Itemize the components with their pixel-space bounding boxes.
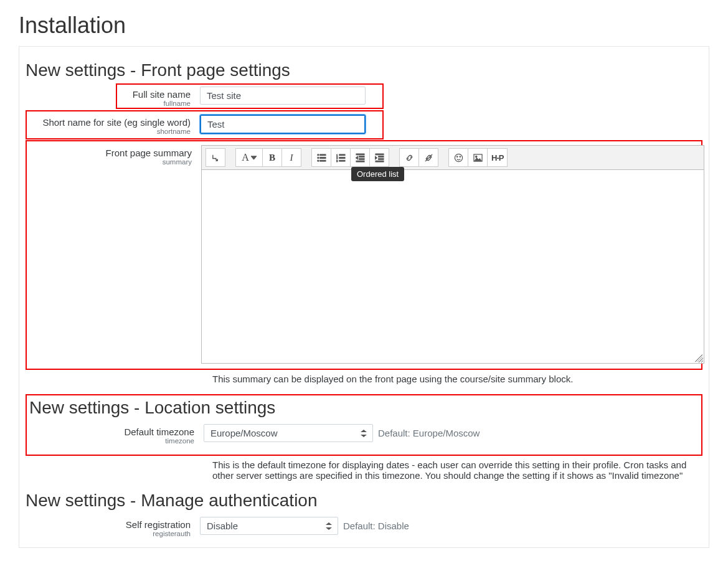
chevron-down-icon xyxy=(251,155,257,161)
expand-arrow-icon xyxy=(211,153,220,163)
svg-rect-6 xyxy=(319,160,325,161)
timezone-default: Default: Europe/Moscow xyxy=(378,428,480,438)
toolbar-link-button[interactable] xyxy=(399,148,419,167)
svg-point-26 xyxy=(459,156,460,157)
svg-marker-17 xyxy=(356,156,358,159)
resize-handle-icon[interactable] xyxy=(695,354,702,362)
svg-rect-10 xyxy=(339,154,344,155)
bullet-list-icon xyxy=(317,153,326,163)
page-title: Installation xyxy=(19,12,709,39)
highlight-shortname xyxy=(26,110,384,139)
svg-rect-13 xyxy=(356,153,364,154)
svg-rect-20 xyxy=(378,158,383,159)
toolbar-outdent-button[interactable] xyxy=(350,148,370,167)
editor-content-area[interactable] xyxy=(202,170,704,363)
svg-rect-21 xyxy=(375,161,383,162)
settings-card: New settings - Front page settings Full … xyxy=(19,46,709,548)
toolbar-emoji-button[interactable] xyxy=(448,148,468,167)
numbered-list-icon: 123 xyxy=(336,153,346,163)
svg-text:3: 3 xyxy=(336,159,338,163)
svg-point-28 xyxy=(475,156,477,158)
selfreg-row: Self registration registerauth Disable D… xyxy=(26,517,702,537)
toolbar-image-button[interactable] xyxy=(468,148,488,167)
editor-toolbar: A B I 123 xyxy=(202,146,704,170)
letter-a-icon: A xyxy=(242,152,249,163)
auth-heading: New settings - Manage authentication xyxy=(26,491,702,511)
toolbar-italic-button[interactable]: I xyxy=(281,148,301,167)
svg-rect-18 xyxy=(375,153,383,154)
toolbar-bold-button[interactable]: B xyxy=(262,148,282,167)
timezone-desc: This is the default timezone for display… xyxy=(212,460,702,481)
timezone-row: Default timezone timezone Europe/Moscow … xyxy=(29,424,699,445)
toolbar-ordered-list-button[interactable]: 123 xyxy=(331,148,351,167)
svg-rect-12 xyxy=(339,160,344,161)
selfreg-select[interactable]: Disable xyxy=(200,517,338,535)
summary-sub: summary xyxy=(29,158,192,166)
italic-icon: I xyxy=(290,153,293,163)
selfreg-default: Default: Disable xyxy=(343,521,409,531)
location-heading: New settings - Location settings xyxy=(29,398,699,418)
summary-row: Front page summary summary A xyxy=(26,140,702,370)
bold-icon: B xyxy=(269,153,275,163)
image-icon xyxy=(473,153,483,163)
toolbar-unordered-list-button[interactable] xyxy=(311,148,331,167)
outdent-icon xyxy=(356,153,365,163)
indent-icon xyxy=(375,153,384,163)
smiley-icon xyxy=(454,153,463,163)
toolbar-unlink-button[interactable] xyxy=(418,148,438,167)
toolbar-expand-button[interactable] xyxy=(206,148,225,167)
svg-point-3 xyxy=(317,159,318,161)
selfreg-sub: registerauth xyxy=(28,530,191,537)
svg-point-25 xyxy=(456,156,458,157)
svg-point-1 xyxy=(317,154,318,155)
shortname-row: Short name for site (eg single word) sho… xyxy=(26,115,702,135)
timezone-sub: timezone xyxy=(32,437,194,445)
summary-desc: This summary can be displayed on the fro… xyxy=(212,374,702,384)
svg-rect-11 xyxy=(339,157,344,158)
tooltip-ordered-list: Ordered list xyxy=(351,167,404,181)
toolbar-indent-button[interactable] xyxy=(369,148,389,167)
selfreg-label: Self registration xyxy=(126,519,191,530)
timezone-select[interactable]: Europe/Moscow xyxy=(204,424,373,442)
highlight-location: New settings - Location settings Default… xyxy=(26,394,702,456)
svg-point-24 xyxy=(455,154,462,161)
frontpage-heading: New settings - Front page settings xyxy=(26,60,702,80)
svg-rect-4 xyxy=(319,154,325,155)
toolbar-styles-button[interactable]: A xyxy=(235,148,263,167)
timezone-label: Default timezone xyxy=(124,427,194,437)
h5p-icon: H-P xyxy=(491,153,503,163)
editor: A B I 123 xyxy=(201,145,704,364)
svg-marker-0 xyxy=(251,156,257,159)
link-icon xyxy=(405,153,414,163)
fullname-row: Full site name fullname xyxy=(26,87,702,108)
highlight-fullname xyxy=(116,83,384,109)
toolbar-h5p-button[interactable]: H-P xyxy=(487,148,508,167)
svg-marker-22 xyxy=(375,156,377,159)
svg-rect-15 xyxy=(359,158,364,159)
summary-label: Front page summary xyxy=(106,148,192,158)
svg-rect-16 xyxy=(356,161,364,162)
svg-point-2 xyxy=(317,157,318,158)
unlink-icon xyxy=(424,153,433,163)
svg-rect-5 xyxy=(319,157,325,158)
svg-rect-19 xyxy=(378,156,383,157)
svg-rect-14 xyxy=(359,156,364,157)
